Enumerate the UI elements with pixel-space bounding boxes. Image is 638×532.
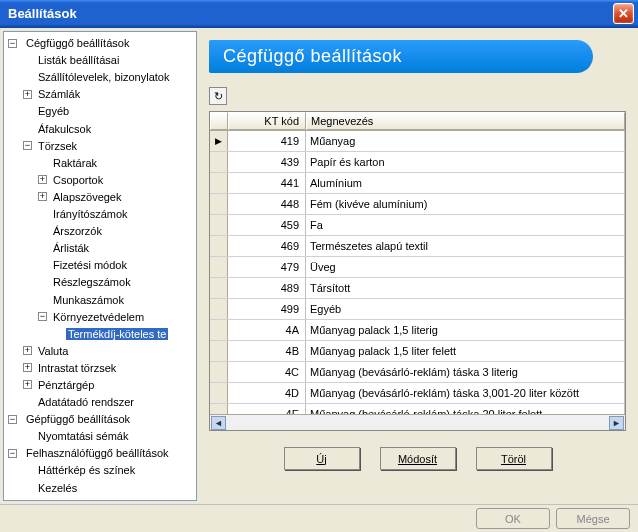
settings-tree[interactable]: − Cégfüggő beállítások Listák beállítása… xyxy=(3,31,197,501)
tree-basetexts[interactable]: Alapszövegek xyxy=(51,191,124,203)
tree-datasys[interactable]: Adatátadó rendszer xyxy=(36,396,136,408)
row-indicator xyxy=(210,152,228,172)
tree-paymethods[interactable]: Fizetési módok xyxy=(51,259,129,271)
cell-name: Műanyag palack 1,5 liter felett xyxy=(306,341,625,361)
tree-user-settings[interactable]: Felhasználófüggő beállítások xyxy=(24,447,170,459)
cell-name: Fa xyxy=(306,215,625,235)
tree-masters[interactable]: Törzsek xyxy=(36,140,79,152)
row-indicator xyxy=(210,194,228,214)
cell-code: 4E xyxy=(228,404,306,414)
refresh-button[interactable]: ↻ xyxy=(209,87,227,105)
cancel-button[interactable]: Mégse xyxy=(556,508,630,529)
expand-icon[interactable]: + xyxy=(23,380,32,389)
cell-code: 439 xyxy=(228,152,306,172)
table-row[interactable]: 4AMűanyag palack 1,5 literig xyxy=(210,320,625,341)
tree-warehouses[interactable]: Raktárak xyxy=(51,157,99,169)
cell-code: 479 xyxy=(228,257,306,277)
window-titlebar: Beállítások ✕ xyxy=(0,0,638,28)
edit-button[interactable]: Módosít xyxy=(380,447,456,470)
table-row[interactable]: ▶419Műanyag xyxy=(210,131,625,152)
row-indicator xyxy=(210,404,228,414)
new-button[interactable]: Új xyxy=(284,447,360,470)
tree-printsch[interactable]: Nyomtatási sémák xyxy=(36,430,130,442)
cell-name: Természetes alapú textil xyxy=(306,236,625,256)
table-row[interactable]: 448Fém (kivéve alumínium) xyxy=(210,194,625,215)
row-indicator xyxy=(210,320,228,340)
tree-workaccounts[interactable]: Munkaszámok xyxy=(51,294,126,306)
expand-icon[interactable]: − xyxy=(23,141,32,150)
data-grid[interactable]: KT kód Megnevezés ▶419Műanyag439Papír és… xyxy=(209,111,626,431)
tree-machine-settings[interactable]: Gépfüggő beállítások xyxy=(24,413,132,425)
row-indicator xyxy=(210,341,228,361)
table-row[interactable]: 439Papír és karton xyxy=(210,152,625,173)
col-header-name[interactable]: Megnevezés xyxy=(306,112,625,130)
tree-bgcolor[interactable]: Háttérkép és színek xyxy=(36,464,137,476)
expand-icon[interactable]: + xyxy=(23,346,32,355)
table-row[interactable]: 4EMűanyag (bevásárló-reklám) táska 20 li… xyxy=(210,404,625,414)
cell-name: Egyéb xyxy=(306,299,625,319)
expand-icon[interactable]: + xyxy=(23,90,32,99)
table-row[interactable]: 4DMűanyag (bevásárló-reklám) táska 3,001… xyxy=(210,383,625,404)
row-indicator xyxy=(210,236,228,256)
tree-groups[interactable]: Csoportok xyxy=(51,174,105,186)
table-row[interactable]: 499Egyéb xyxy=(210,299,625,320)
tree-other[interactable]: Egyéb xyxy=(36,105,71,117)
table-row[interactable]: 459Fa xyxy=(210,215,625,236)
row-indicator xyxy=(210,278,228,298)
close-icon: ✕ xyxy=(618,6,629,21)
expand-icon[interactable]: + xyxy=(23,363,32,372)
tree-pricelists[interactable]: Árlisták xyxy=(51,242,91,254)
tree-company-settings[interactable]: Cégfüggő beállítások xyxy=(24,37,131,49)
cell-name: Műanyag (bevásárló-reklám) táska 20 lite… xyxy=(306,404,625,414)
tree-handling[interactable]: Kezelés xyxy=(36,482,79,494)
scroll-right-icon[interactable]: ► xyxy=(609,416,624,430)
col-header-code[interactable]: KT kód xyxy=(228,112,306,130)
expand-icon[interactable]: − xyxy=(8,449,17,458)
cell-name: Alumínium xyxy=(306,173,625,193)
delete-button[interactable]: Töröl xyxy=(476,447,552,470)
grid-body[interactable]: ▶419Műanyag439Papír és karton441Alumíniu… xyxy=(210,131,625,414)
tree-zip[interactable]: Irányítószámok xyxy=(51,208,130,220)
cell-code: 459 xyxy=(228,215,306,235)
tree-intrastat[interactable]: Intrastat törzsek xyxy=(36,362,118,374)
table-row[interactable]: 489Társított xyxy=(210,278,625,299)
ok-button[interactable]: OK xyxy=(476,508,550,529)
horizontal-scrollbar[interactable]: ◄ ► xyxy=(210,414,625,430)
expand-icon[interactable]: + xyxy=(38,175,47,184)
tree-env[interactable]: Környezetvédelem xyxy=(51,311,146,323)
table-row[interactable]: 441Alumínium xyxy=(210,173,625,194)
tree-currency[interactable]: Valuta xyxy=(36,345,70,357)
grid-header: KT kód Megnevezés xyxy=(210,112,625,131)
tree-confirm[interactable]: Megerősítések xyxy=(36,499,112,501)
expand-icon[interactable]: − xyxy=(38,312,47,321)
cell-name: Társított xyxy=(306,278,625,298)
cell-code: 489 xyxy=(228,278,306,298)
row-indicator: ▶ xyxy=(210,131,228,151)
cell-code: 419 xyxy=(228,131,306,151)
table-row[interactable]: 469Természetes alapú textil xyxy=(210,236,625,257)
scroll-left-icon[interactable]: ◄ xyxy=(211,416,226,430)
tree-vat[interactable]: Áfakulcsok xyxy=(36,123,93,135)
tree-envfee[interactable]: Termékdíj-köteles te xyxy=(66,328,168,340)
cell-name: Fém (kivéve alumínium) xyxy=(306,194,625,214)
close-button[interactable]: ✕ xyxy=(613,3,634,24)
row-indicator xyxy=(210,299,228,319)
tree-lists[interactable]: Listák beállításai xyxy=(36,54,121,66)
table-row[interactable]: 4CMűanyag (bevásárló-reklám) táska 3 lit… xyxy=(210,362,625,383)
cell-name: Műanyag (bevásárló-reklám) táska 3,001-2… xyxy=(306,383,625,403)
expand-icon[interactable]: + xyxy=(38,192,47,201)
row-indicator xyxy=(210,257,228,277)
cell-name: Műanyag palack 1,5 literig xyxy=(306,320,625,340)
expand-icon[interactable]: − xyxy=(8,39,17,48)
row-indicator xyxy=(210,362,228,382)
tree-partaccounts[interactable]: Részlegszámok xyxy=(51,276,133,288)
table-row[interactable]: 4BMűanyag palack 1,5 liter felett xyxy=(210,341,625,362)
tree-pricemon[interactable]: Árszorzók xyxy=(51,225,104,237)
row-indicator xyxy=(210,383,228,403)
tree-delivery[interactable]: Szállítólevelek, bizonylatok xyxy=(36,71,171,83)
table-row[interactable]: 479Üveg xyxy=(210,257,625,278)
tree-invoices[interactable]: Számlák xyxy=(36,88,82,100)
cell-code: 4B xyxy=(228,341,306,361)
tree-cashreg[interactable]: Pénztárgép xyxy=(36,379,96,391)
expand-icon[interactable]: − xyxy=(8,415,17,424)
